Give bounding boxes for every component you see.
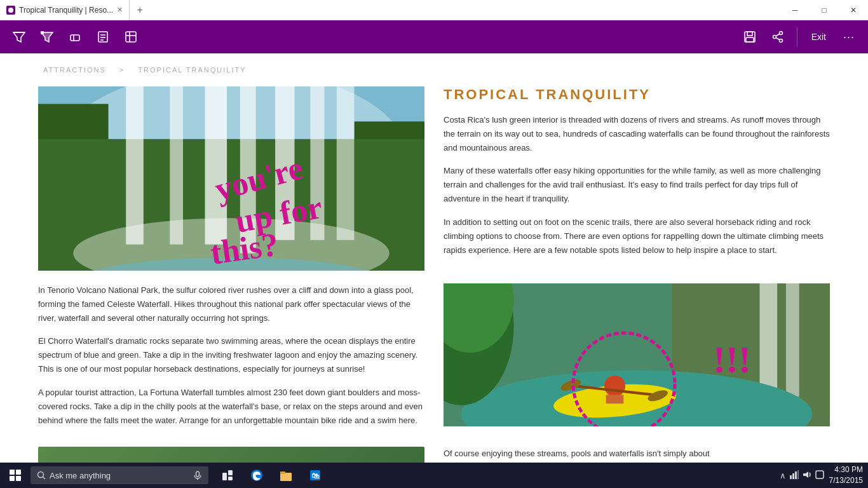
main-para1: Costa Rica's lush green interior is thre… — [444, 113, 830, 155]
search-placeholder: Ask me anything — [50, 471, 111, 480]
bottom-row: In Tenorio Volcano National Park, the su… — [38, 283, 830, 437]
edge-browser-button[interactable] — [243, 463, 271, 488]
tab-favicon — [6, 6, 15, 15]
svg-rect-11 — [126, 32, 136, 42]
svg-point-47 — [604, 376, 625, 396]
svg-rect-62 — [228, 477, 233, 480]
maximize-button[interactable]: □ — [810, 0, 839, 20]
taskbar-right: ∧ 4:30 PM 7/13/2015 — [780, 464, 868, 486]
svg-rect-58 — [196, 471, 200, 477]
system-tray-icons: ∧ — [780, 470, 824, 481]
breadcrumb: ATTRACTIONS > TROPICAL TRANQUILITY — [38, 66, 830, 74]
bottom-text-preview: Of course enjoying these streams, pools … — [38, 447, 830, 463]
system-tray-expand[interactable]: ∧ — [780, 471, 786, 480]
network-icon[interactable] — [790, 470, 799, 481]
bottom-para: Of course enjoying these streams, pools … — [444, 447, 830, 463]
svg-rect-69 — [792, 473, 794, 479]
toolbar-filter1-button[interactable] — [8, 25, 31, 48]
kayak-image — [444, 283, 830, 426]
store-button[interactable]: 🛍 — [301, 463, 329, 488]
svg-rect-60 — [222, 473, 227, 480]
tab-close-button[interactable]: ✕ — [117, 6, 123, 14]
start-button[interactable] — [0, 463, 31, 488]
main-image-container: you're up for this? — [38, 86, 424, 271]
svg-marker-72 — [803, 471, 808, 478]
left-para1: In Tenorio Volcano National Park, the su… — [38, 283, 424, 325]
svg-rect-32 — [310, 86, 324, 240]
breadcrumb-separator: > — [119, 66, 125, 74]
main-section-title: TROPICAL TRANQUILITY — [444, 86, 830, 103]
search-bar[interactable]: Ask me anything — [31, 466, 208, 484]
close-button[interactable]: ✕ — [839, 0, 868, 20]
title-bar: Tropical Tranquility | Reso... ✕ + ─ □ ✕ — [0, 0, 868, 20]
svg-marker-1 — [13, 32, 25, 42]
svg-rect-70 — [795, 471, 797, 479]
windows-logo-q1 — [10, 470, 15, 475]
left-text-column: In Tenorio Volcano National Park, the su… — [38, 283, 424, 437]
toolbar-note-button[interactable] — [92, 25, 114, 48]
new-tab-button[interactable]: + — [130, 0, 150, 20]
svg-rect-73 — [816, 471, 824, 478]
clock-date: 7/13/2015 — [829, 475, 863, 486]
svg-line-21 — [776, 38, 779, 40]
svg-rect-27 — [126, 86, 144, 245]
clock-time: 4:30 PM — [829, 464, 863, 475]
taskbar-pinned-icons: 🛍 — [208, 463, 329, 488]
windows-logo-q4 — [16, 476, 21, 481]
volume-icon[interactable] — [803, 470, 811, 481]
svg-line-57 — [43, 477, 46, 480]
window-controls: ─ □ ✕ — [780, 0, 868, 20]
tab-title: Tropical Tranquility | Reso... — [19, 6, 113, 15]
exit-button[interactable]: Exit — [805, 28, 832, 46]
svg-point-18 — [779, 39, 782, 43]
svg-text:🛍: 🛍 — [311, 471, 320, 480]
windows-logo-q2 — [16, 470, 21, 475]
windows-logo — [10, 470, 21, 481]
bottom-two-col: Of course enjoying these streams, pools … — [38, 447, 830, 463]
share-button[interactable] — [766, 25, 789, 48]
notification-icon[interactable] — [815, 470, 824, 481]
main-text-column: TROPICAL TRANQUILITY Costa Rica's lush g… — [444, 86, 830, 271]
svg-rect-71 — [797, 470, 799, 479]
active-tab[interactable]: Tropical Tranquility | Reso... ✕ — [0, 0, 130, 20]
file-explorer-button[interactable] — [272, 463, 300, 488]
svg-rect-48 — [606, 395, 624, 403]
svg-point-56 — [38, 472, 44, 478]
save-button[interactable] — [738, 25, 761, 48]
svg-rect-31 — [275, 86, 294, 240]
svg-rect-15 — [747, 32, 752, 36]
breadcrumb-parent[interactable]: ATTRACTIONS — [43, 66, 106, 74]
main-para3: In addition to setting out on foot on th… — [444, 215, 830, 257]
more-button[interactable]: ··· — [837, 25, 860, 48]
microphone-icon — [193, 471, 202, 480]
left-para2: El Chorro Waterfall's dramatic rocks sep… — [38, 334, 424, 376]
top-two-col: you're up for this? TROPICAL TRANQUILITY… — [38, 86, 830, 271]
waterfall-image — [38, 86, 424, 271]
svg-rect-61 — [228, 470, 233, 475]
toolbar-eraser-button[interactable] — [64, 25, 86, 48]
toolbar-right: Exit ··· — [738, 25, 860, 48]
svg-point-17 — [779, 32, 782, 35]
toolbar-filter2-button[interactable] — [36, 25, 58, 48]
task-view-button[interactable] — [214, 463, 241, 488]
toolbar: Exit ··· — [0, 20, 868, 53]
svg-line-20 — [776, 34, 779, 36]
bottom-image-placeholder — [38, 447, 424, 463]
svg-rect-68 — [790, 475, 792, 479]
svg-rect-44 — [786, 283, 799, 396]
svg-rect-16 — [746, 37, 754, 42]
toolbar-clip-button[interactable] — [119, 25, 142, 48]
search-icon — [37, 471, 46, 480]
system-clock[interactable]: 4:30 PM 7/13/2015 — [829, 464, 863, 486]
content-area: ATTRACTIONS > TROPICAL TRANQUILITY — [0, 53, 868, 463]
taskbar: Ask me anything 🛍 ∧ — [0, 463, 868, 488]
svg-rect-65 — [280, 471, 285, 474]
windows-logo-q3 — [10, 476, 15, 481]
svg-rect-5 — [71, 35, 79, 41]
toolbar-separator — [797, 27, 797, 46]
tab-area: Tropical Tranquility | Reso... ✕ + — [0, 0, 150, 20]
svg-rect-33 — [337, 86, 355, 240]
minimize-button[interactable]: ─ — [780, 0, 810, 20]
left-para3: A popular tourist attraction, La Fortuna… — [38, 386, 424, 428]
svg-point-0 — [8, 8, 13, 13]
